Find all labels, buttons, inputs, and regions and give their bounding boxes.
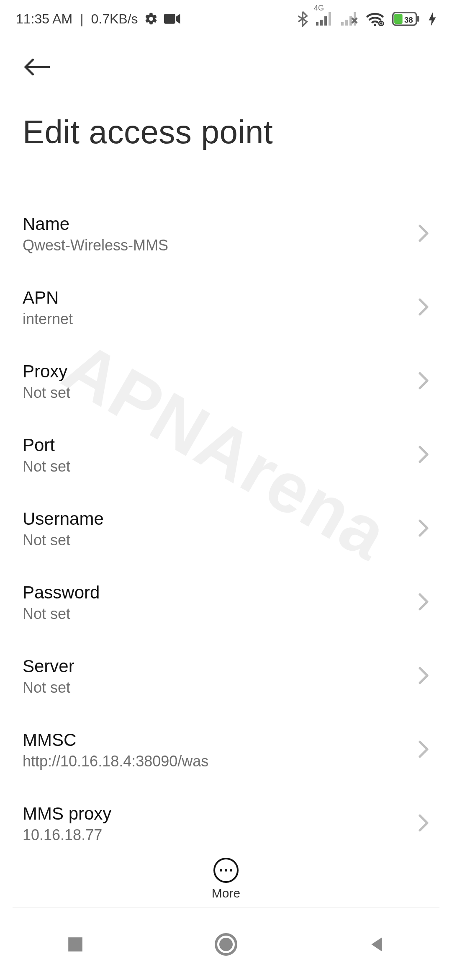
field-label: Username [23, 509, 104, 529]
field-value: http://10.16.18.4:38090/was [23, 753, 208, 770]
field-value: Not set [23, 679, 74, 696]
svg-text:38: 38 [404, 15, 413, 24]
field-value: 10.16.18.77 [23, 826, 111, 844]
svg-rect-1 [316, 22, 318, 26]
field-label: MMS proxy [23, 804, 111, 824]
svg-rect-7 [349, 16, 352, 26]
field-apn[interactable]: APN internet [0, 271, 452, 345]
status-data-rate: 0.7KB/s [91, 11, 138, 27]
gear-icon [144, 12, 158, 26]
svg-rect-13 [394, 14, 403, 24]
triangle-left-icon [368, 936, 385, 953]
field-label: Name [23, 214, 168, 234]
status-separator [78, 11, 85, 27]
svg-rect-0 [164, 14, 175, 23]
chevron-right-icon [418, 740, 429, 760]
svg-point-18 [219, 938, 233, 951]
more-label: More [212, 886, 240, 900]
status-right: 4G [297, 11, 436, 27]
field-value: Not set [23, 605, 100, 623]
svg-rect-6 [345, 20, 348, 26]
field-password[interactable]: Password Not set [0, 566, 452, 640]
nav-recent-button[interactable] [50, 928, 100, 961]
field-value: Not set [23, 384, 70, 402]
status-bar: 11:35 AM 0.7KB/s 4G [0, 0, 452, 38]
app-bar: Edit access point [0, 38, 452, 155]
square-icon [67, 936, 84, 953]
video-camera-icon [164, 13, 181, 25]
chevron-right-icon [418, 519, 429, 539]
field-label: Proxy [23, 361, 70, 382]
settings-list: Name Qwest-Wireless-MMS APN internet Pro… [0, 197, 452, 861]
chevron-right-icon [418, 814, 429, 834]
page-title: Edit access point [23, 113, 429, 151]
svg-rect-12 [417, 16, 419, 22]
back-arrow-icon [23, 57, 52, 77]
field-mmsc[interactable]: MMSC http://10.16.18.4:38090/was [0, 713, 452, 787]
signal-4g-label: 4G [314, 4, 324, 13]
chevron-right-icon [418, 593, 429, 613]
cellular-signal-1-icon: 4G [316, 12, 333, 26]
divider [13, 908, 439, 908]
field-value: Qwest-Wireless-MMS [23, 237, 168, 254]
status-left: 11:35 AM 0.7KB/s [16, 11, 181, 27]
more-button[interactable]: More [212, 858, 240, 900]
svg-rect-5 [341, 22, 344, 26]
field-label: Server [23, 656, 74, 676]
svg-rect-4 [329, 12, 331, 26]
svg-rect-2 [320, 20, 323, 26]
circle-icon [214, 933, 238, 956]
more-dots-icon [213, 858, 239, 883]
field-port[interactable]: Port Not set [0, 418, 452, 492]
nav-back-button[interactable] [352, 928, 402, 961]
bluetooth-icon [297, 11, 308, 27]
svg-rect-16 [68, 937, 82, 952]
system-nav-bar [0, 909, 452, 980]
field-label: Password [23, 583, 100, 603]
bottom-action-bar: More [0, 845, 452, 900]
field-value: internet [23, 310, 73, 328]
field-label: Port [23, 435, 70, 455]
svg-rect-3 [324, 16, 327, 26]
chevron-right-icon [418, 666, 429, 686]
chevron-right-icon [418, 298, 429, 318]
cellular-signal-2-icon [341, 12, 358, 26]
svg-point-9 [374, 24, 376, 26]
field-proxy[interactable]: Proxy Not set [0, 345, 452, 418]
charging-bolt-icon [429, 12, 436, 26]
status-time: 11:35 AM [16, 11, 72, 27]
field-name[interactable]: Name Qwest-Wireless-MMS [0, 197, 452, 271]
wifi-icon [366, 12, 384, 26]
field-label: APN [23, 288, 73, 308]
back-button[interactable] [23, 50, 56, 84]
field-value: Not set [23, 458, 70, 475]
field-server[interactable]: Server Not set [0, 640, 452, 713]
battery-icon: 38 [392, 12, 421, 26]
chevron-right-icon [418, 371, 429, 392]
chevron-right-icon [418, 224, 429, 244]
field-label: MMSC [23, 730, 208, 750]
field-username[interactable]: Username Not set [0, 492, 452, 566]
nav-home-button[interactable] [201, 928, 251, 961]
field-value: Not set [23, 531, 104, 549]
chevron-right-icon [418, 445, 429, 465]
